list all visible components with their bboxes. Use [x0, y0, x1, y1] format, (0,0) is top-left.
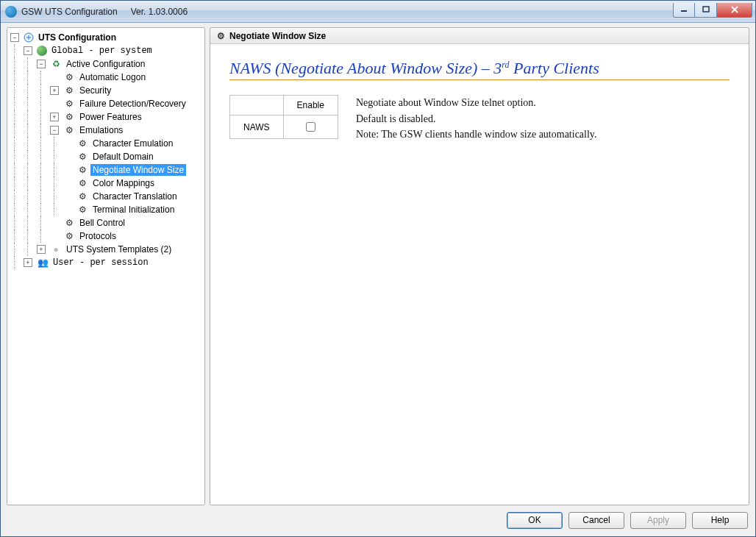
tree-label: UTS Configuration [36, 32, 118, 43]
tree-node-protocols[interactable]: Protocols [10, 230, 202, 243]
col-name-blank [230, 96, 284, 115]
users-icon [37, 257, 49, 268]
gear-icon [63, 85, 75, 96]
tree-panel[interactable]: − UTS Configuration − Global - per syste… [7, 27, 205, 505]
dialog-footer: OK Cancel Apply Help [7, 505, 749, 530]
description-text: Negotiate about Window Size telnet optio… [356, 95, 597, 143]
tree-node-failure-detection[interactable]: Failure Detection/Recovery [10, 97, 202, 110]
tree-node-default-domain[interactable]: Default Domain [10, 150, 202, 163]
tree-label: UTS System Templates (2) [64, 243, 174, 255]
tree-label: Character Emulation [90, 138, 175, 149]
tree-node-security[interactable]: + Security [10, 84, 202, 97]
cancel-button[interactable]: Cancel [568, 512, 624, 529]
col-enable: Enable [283, 96, 338, 115]
gear-icon [76, 204, 88, 216]
config-tree[interactable]: − UTS Configuration − Global - per syste… [9, 29, 203, 271]
gear-icon [76, 151, 88, 163]
tree-node-global[interactable]: − Global - per system [10, 44, 202, 57]
detail-title-sup: rd [502, 60, 509, 70]
gear-icon [63, 71, 75, 83]
tree-label: Default Domain [90, 151, 156, 163]
svg-rect-1 [703, 7, 709, 12]
options-table: Enable NAWS [229, 95, 338, 139]
tree-node-root[interactable]: − UTS Configuration [10, 31, 202, 44]
tree-label: Terminal Initialization [90, 204, 176, 216]
window-buttons [673, 3, 752, 18]
tree-label: Power Features [77, 111, 144, 123]
detail-header: Negotiate Window Size [210, 28, 749, 44]
expander-icon[interactable]: + [37, 245, 46, 254]
tree-label: Emulations [77, 124, 125, 136]
ok-button[interactable]: OK [507, 512, 563, 529]
apply-button[interactable]: Apply [630, 512, 686, 529]
refresh-icon [50, 58, 62, 70]
gear-icon [76, 191, 88, 202]
help-button[interactable]: Help [692, 512, 748, 529]
tree-label: Automatic Logon [77, 71, 148, 83]
gear-icon [63, 124, 75, 136]
tree-label: Failure Detection/Recovery [77, 98, 188, 110]
expander-icon[interactable]: + [50, 86, 59, 95]
client-area: − UTS Configuration − Global - per syste… [1, 23, 755, 536]
desc-line: Default is disabled. [356, 111, 597, 127]
tree-label: Bell Control [77, 217, 127, 229]
tree-node-user[interactable]: + User - per session [10, 256, 202, 269]
tree-node-character-emulation[interactable]: Character Emulation [10, 137, 202, 150]
tree-label: Negotiate Window Size [90, 164, 186, 176]
detail-panel: Negotiate Window Size NAWS (Negotiate Ab… [210, 27, 749, 505]
gear-icon [76, 177, 88, 189]
tree-node-negotiate-window-size[interactable]: Negotiate Window Size [10, 163, 202, 177]
naws-enable-checkbox[interactable] [306, 122, 315, 132]
gear-icon [63, 111, 75, 123]
expander-icon[interactable]: − [24, 46, 32, 55]
detail-body: NAWS (Negotiate About Window Size) – 3rd… [210, 44, 749, 505]
app-window: GSW UTS Configuration Ver. 1.03.0006 − [0, 0, 756, 537]
expander-icon[interactable]: + [50, 113, 59, 121]
tree-label: Character Translation [90, 191, 179, 202]
detail-title-pre: NAWS (Negotiate About Window Size) – 3 [229, 59, 502, 77]
tree-node-color-mappings[interactable]: Color Mappings [10, 177, 202, 190]
tree-node-bell-control[interactable]: Bell Control [10, 216, 202, 230]
desc-line: Note: The GSW clients handle window size… [356, 127, 597, 143]
titlebar[interactable]: GSW UTS Configuration Ver. 1.03.0006 [1, 1, 755, 23]
tree-label: Global - per system [49, 45, 154, 57]
tree-node-system-templates[interactable]: + UTS System Templates (2) [10, 243, 202, 256]
config-icon [24, 32, 34, 43]
tree-node-automatic-logon[interactable]: Automatic Logon [10, 71, 202, 84]
tree-label: Security [77, 85, 113, 96]
gear-icon [63, 98, 75, 110]
minimize-button[interactable] [673, 3, 695, 18]
tree-node-character-translation[interactable]: Character Translation [10, 190, 202, 203]
tree-label: Protocols [77, 230, 118, 242]
close-button[interactable] [717, 3, 752, 18]
table-row: NAWS [230, 115, 338, 139]
gear-icon [76, 164, 88, 176]
row-label: NAWS [230, 115, 284, 139]
gear-icon [63, 230, 75, 242]
gear-icon [215, 30, 227, 42]
tree-label: Active Configuration [64, 58, 147, 70]
expander-icon[interactable]: − [50, 126, 59, 135]
app-icon [5, 6, 17, 18]
tree-label: User - per session [51, 257, 151, 268]
expander-icon[interactable]: − [10, 33, 19, 42]
tree-node-active-config[interactable]: − Active Configuration [10, 57, 202, 71]
template-icon [50, 243, 62, 255]
tree-node-emulations[interactable]: − Emulations [10, 124, 202, 137]
globe-icon [37, 46, 47, 56]
gear-icon [63, 217, 75, 229]
detail-title: NAWS (Negotiate About Window Size) – 3rd… [229, 59, 730, 80]
detail-header-title: Negotiate Window Size [229, 31, 326, 41]
desc-line: Negotiate about Window Size telnet optio… [356, 95, 597, 111]
window-title: GSW UTS Configuration [21, 7, 118, 17]
window-version: Ver. 1.03.0006 [131, 7, 188, 17]
gear-icon [76, 138, 88, 149]
tree-label: Color Mappings [90, 177, 157, 189]
svg-rect-0 [681, 10, 687, 12]
tree-node-power-features[interactable]: + Power Features [10, 110, 202, 124]
expander-icon[interactable]: + [24, 258, 32, 267]
maximize-button[interactable] [695, 3, 717, 18]
expander-icon[interactable]: − [37, 60, 46, 68]
detail-title-post: Party Clients [510, 59, 599, 77]
tree-node-terminal-initialization[interactable]: Terminal Initialization [10, 203, 202, 216]
